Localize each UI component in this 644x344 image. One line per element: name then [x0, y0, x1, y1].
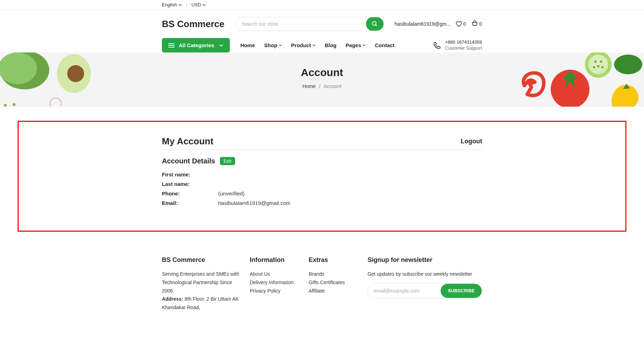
svg-point-21 — [593, 66, 595, 68]
customer-support[interactable]: +880 1674314359 Customer Support — [433, 39, 482, 51]
chevron-down-icon — [312, 44, 316, 47]
my-account-heading: My Account — [162, 136, 213, 147]
navbar: All Categories Home Shop Product Blog Pa… — [157, 38, 487, 52]
account-details-heading: Account Details — [162, 157, 215, 165]
footer-tagline: Serving Enterprises and SMEs with Techno… — [162, 270, 239, 295]
svg-point-17 — [594, 61, 596, 63]
currency-label: USD — [191, 2, 201, 7]
svg-point-22 — [614, 55, 642, 74]
detail-label: First name: — [162, 171, 218, 177]
wishlist-count: 0 — [463, 21, 466, 27]
footer-newsletter-text: Get updates by subscribe our weekly news… — [367, 270, 482, 279]
chevron-down-icon — [362, 44, 366, 47]
footer-extras-heading: Extras — [309, 256, 357, 264]
nav-pages[interactable]: Pages — [346, 42, 366, 48]
search-icon — [372, 21, 378, 27]
nav-home[interactable]: Home — [240, 42, 255, 48]
chevron-down-icon — [202, 3, 206, 7]
footer-newsletter-heading: Signup for newsletter — [367, 256, 482, 264]
nav-blog[interactable]: Blog — [325, 42, 336, 48]
logo[interactable]: BS Commerce — [162, 19, 225, 30]
footer-link-about[interactable]: About Us — [250, 271, 270, 277]
footer-col-brand: BS Commerce Serving Enterprises and SMEs… — [162, 256, 239, 312]
chevron-down-icon — [178, 3, 182, 7]
svg-point-18 — [600, 61, 602, 63]
page-banner: Account Home / Account — [0, 52, 644, 107]
subscribe-button[interactable]: SUBSCRIBE — [441, 284, 482, 298]
phone-icon — [433, 41, 442, 50]
newsletter-email-input[interactable] — [368, 284, 441, 298]
wishlist-link[interactable]: 0 — [455, 20, 466, 27]
all-categories-button[interactable]: All Categories — [162, 38, 230, 52]
currency-selector[interactable]: USD — [191, 2, 206, 7]
cart-count: 0 — [479, 21, 482, 27]
all-categories-label: All Categories — [179, 42, 214, 48]
svg-point-19 — [597, 65, 599, 67]
search-bar — [235, 17, 384, 31]
user-email[interactable]: hasibulalam61919@gm... — [394, 21, 450, 27]
language-label: English — [162, 2, 177, 7]
detail-label: Phone: — [162, 190, 218, 196]
svg-point-10 — [4, 104, 7, 107]
detail-row-first-name: First name: — [162, 171, 482, 177]
nav-product[interactable]: Product — [291, 42, 316, 48]
footer-info-heading: Information — [250, 256, 298, 264]
footer-link-affiliate[interactable]: Affiliate — [309, 288, 325, 294]
breadcrumb-home[interactable]: Home — [303, 83, 316, 89]
footer-link-gifts[interactable]: Gifts Certificates — [309, 280, 345, 285]
header: BS Commerce hasibulalam61919@gm... 0 — [0, 10, 644, 38]
search-input[interactable] — [235, 21, 366, 27]
svg-point-12 — [13, 103, 15, 106]
edit-button[interactable]: Edit — [220, 157, 235, 165]
menu-icon — [168, 43, 175, 48]
chevron-down-icon — [219, 43, 223, 48]
footer-link-brands[interactable]: Brands — [309, 271, 324, 277]
detail-value: (unverified) — [218, 190, 245, 196]
breadcrumb-separator: / — [319, 83, 321, 89]
search-button[interactable] — [366, 17, 384, 31]
cart-icon — [471, 20, 479, 27]
vegetables-decor-left-icon — [0, 52, 99, 107]
detail-label: Last name: — [162, 181, 218, 187]
nav-label: Pages — [346, 42, 361, 48]
heart-icon — [455, 20, 462, 27]
vegetables-decor-right-icon — [510, 52, 644, 107]
svg-point-9 — [50, 98, 61, 107]
footer-col-newsletter: Signup for newsletter Get updates by sub… — [367, 256, 482, 312]
svg-point-16 — [588, 55, 608, 74]
footer-link-privacy[interactable]: Privacy Policy — [250, 288, 280, 294]
support-label: Customer Support — [445, 45, 482, 51]
footer-col-information: Information About Us Delivery Informatio… — [250, 256, 298, 312]
nav-label: Product — [291, 42, 311, 48]
footer-address-label: Address: — [162, 296, 183, 302]
chevron-down-icon — [279, 44, 282, 47]
language-selector[interactable]: English — [162, 2, 182, 7]
nav-shop[interactable]: Shop — [264, 42, 282, 48]
detail-value: hasibulalam61919@gmail.com — [218, 200, 290, 206]
footer-brand: BS Commerce — [162, 256, 239, 264]
svg-point-6 — [0, 52, 37, 84]
svg-point-20 — [601, 66, 604, 68]
detail-row-last-name: Last name: — [162, 181, 482, 187]
detail-row-phone: Phone: (unverified) — [162, 190, 482, 196]
svg-line-1 — [376, 25, 377, 26]
newsletter-form: SUBSCRIBE — [367, 283, 482, 298]
cart-link[interactable]: 0 — [471, 20, 482, 27]
svg-point-0 — [373, 21, 377, 25]
breadcrumb-current: Account — [324, 83, 342, 89]
divider: | — [186, 2, 187, 7]
nav-label: Shop — [264, 42, 278, 48]
footer-link-delivery[interactable]: Delivery Information — [250, 280, 294, 285]
footer-col-extras: Extras Brands Gifts Certificates Affilia… — [309, 256, 357, 312]
topbar: English | USD — [0, 0, 644, 10]
detail-label: Email: — [162, 200, 218, 206]
logout-button[interactable]: Logout — [461, 138, 482, 145]
nav-label: Contact — [375, 42, 394, 48]
support-phone: +880 1674314359 — [445, 39, 482, 45]
footer: BS Commerce Serving Enterprises and SMEs… — [0, 242, 644, 326]
nav-label: Home — [240, 42, 255, 48]
account-section-highlighted: My Account Logout Account Details Edit F… — [18, 121, 626, 232]
svg-point-8 — [67, 65, 84, 82]
nav-contact[interactable]: Contact — [375, 42, 394, 48]
nav-label: Blog — [325, 42, 336, 48]
